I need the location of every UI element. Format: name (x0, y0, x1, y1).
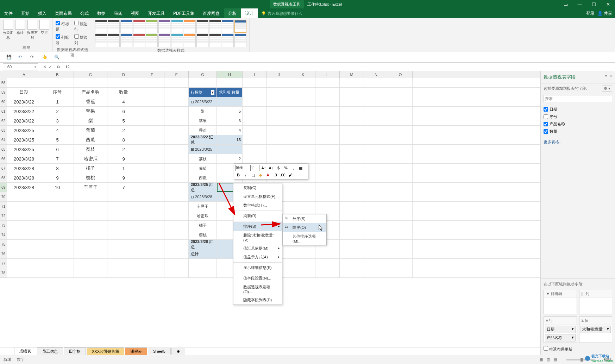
cell[interactable]: 5 (107, 116, 140, 125)
context-menu-item[interactable]: 数字格式(T)... (233, 201, 282, 210)
pivot-style-thumb[interactable] (196, 34, 208, 47)
cell[interactable] (388, 116, 413, 125)
cell[interactable] (340, 116, 364, 125)
cell[interactable] (364, 126, 388, 135)
cell[interactable] (7, 259, 41, 268)
cell[interactable]: 6 (107, 107, 140, 116)
cell[interactable] (388, 154, 413, 163)
cell[interactable] (364, 135, 388, 144)
tell-me-search[interactable]: 💡 告诉我您想要做什么... (261, 8, 306, 18)
cell[interactable] (164, 88, 189, 97)
cell[interactable]: 2 (41, 107, 74, 116)
column-header[interactable]: G (189, 71, 217, 78)
cell[interactable] (7, 240, 41, 249)
cell[interactable] (74, 202, 107, 211)
cell[interactable]: 葡萄 (189, 164, 217, 173)
fx-icon[interactable]: fx (57, 64, 63, 69)
cell[interactable] (388, 164, 413, 173)
cell[interactable] (291, 145, 315, 154)
cell[interactable] (41, 221, 74, 230)
cell[interactable]: 哈密瓜 (74, 154, 107, 163)
cell[interactable] (164, 259, 189, 268)
cell[interactable] (340, 173, 364, 182)
tab-data[interactable]: 数据 (93, 8, 110, 18)
cell[interactable] (315, 107, 340, 116)
cell[interactable] (267, 145, 291, 154)
cell[interactable] (315, 183, 340, 192)
cell[interactable] (267, 78, 291, 87)
cell[interactable] (315, 97, 340, 106)
cell[interactable] (164, 107, 189, 116)
cell[interactable] (340, 221, 364, 230)
cell[interactable] (164, 126, 189, 135)
cell[interactable] (388, 135, 413, 144)
cell[interactable]: 9 (107, 173, 140, 182)
cell[interactable] (315, 202, 340, 211)
tab-page-layout[interactable]: 页面布局 (51, 8, 76, 18)
field-checkbox[interactable]: 产品名称 (544, 120, 612, 128)
pivot-style-thumb[interactable] (171, 20, 183, 33)
row-header[interactable]: 78 (0, 268, 7, 277)
ribbon-display-icon[interactable]: ▭ (559, 0, 573, 8)
cell[interactable] (164, 135, 189, 144)
cell[interactable] (291, 116, 315, 125)
border-icon[interactable]: ▢ (250, 172, 256, 178)
maximize-icon[interactable]: ☐ (587, 0, 601, 8)
cell[interactable] (388, 230, 413, 239)
cell[interactable] (340, 154, 364, 163)
sort-menu-item[interactable]: Z↓降序(O) (283, 223, 326, 232)
sheet-tab[interactable]: Sheet5 (148, 348, 171, 354)
row-header[interactable]: 67 (0, 164, 7, 173)
cell[interactable] (388, 78, 413, 87)
cell[interactable] (388, 145, 413, 154)
pivot-style-thumb[interactable] (234, 20, 246, 33)
column-header[interactable]: D (107, 71, 140, 78)
tab-dev[interactable]: 开发工具 (144, 8, 169, 18)
area-field-item[interactable]: 日期▾ (545, 326, 576, 333)
cell[interactable] (364, 88, 388, 97)
cell[interactable] (364, 154, 388, 163)
cell[interactable] (74, 221, 107, 230)
cell[interactable] (164, 164, 189, 173)
cell[interactable] (164, 97, 189, 106)
cell[interactable] (107, 259, 140, 268)
cell[interactable] (107, 249, 140, 258)
grand-totals-button[interactable]: 总计 (15, 20, 25, 40)
cell[interactable] (140, 107, 164, 116)
field-checkbox[interactable]: 数量 (544, 128, 612, 135)
cell[interactable] (243, 135, 267, 144)
cell[interactable] (388, 126, 413, 135)
percent-icon[interactable]: % (283, 165, 289, 171)
cell[interactable] (140, 202, 164, 211)
row-header[interactable]: 66 (0, 154, 7, 163)
cell[interactable] (291, 126, 315, 135)
cell[interactable]: 2023/3/28 汇总 (189, 240, 217, 249)
field-checkbox[interactable]: 序号 (544, 113, 612, 120)
pivot-style-thumb[interactable] (234, 34, 246, 47)
cell[interactable]: 香蕉 (74, 97, 107, 106)
cell[interactable] (388, 97, 413, 106)
tab-home[interactable]: 开始 (17, 8, 34, 18)
cell[interactable]: ⊟ 2023/3/22 (189, 97, 217, 106)
cell[interactable]: 行标签▾ (189, 88, 217, 97)
cell[interactable]: 求和项:数量 (217, 88, 243, 97)
column-header[interactable]: F (164, 71, 189, 78)
column-header[interactable]: B (41, 71, 74, 78)
cell[interactable]: 8 (107, 135, 140, 144)
cell[interactable] (164, 116, 189, 125)
cell[interactable]: 梨 (189, 107, 217, 116)
cell[interactable] (364, 221, 388, 230)
cell[interactable] (340, 230, 364, 239)
cell[interactable] (340, 202, 364, 211)
cell[interactable] (74, 78, 107, 87)
mini-font-select[interactable] (235, 165, 249, 171)
cell[interactable]: 2023/3/28 (7, 154, 41, 163)
cell[interactable] (164, 173, 189, 182)
cell[interactable] (243, 97, 267, 106)
cell[interactable] (189, 268, 217, 277)
tab-design[interactable]: 设计 (241, 8, 258, 18)
cell[interactable] (388, 107, 413, 116)
cell[interactable] (107, 268, 140, 277)
gear-icon[interactable]: ⚙ ▾ (602, 86, 612, 92)
cell[interactable] (243, 88, 267, 97)
